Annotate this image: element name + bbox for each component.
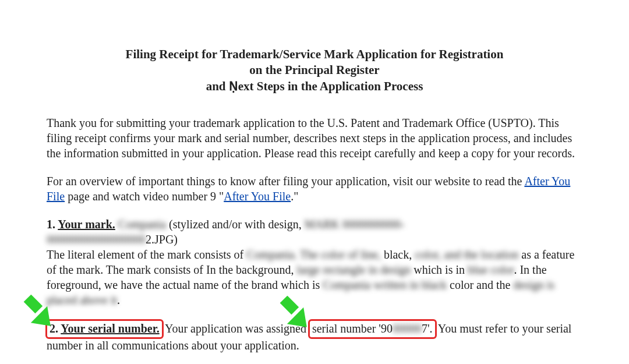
section-2-heading: Your serial number.	[61, 322, 159, 335]
redacted-text: large rectangle in design	[297, 263, 411, 276]
intro-paragraph: Thank you for submitting your trademark …	[47, 115, 582, 161]
document-title: Filing Receipt for Trademark/Service Mar…	[47, 47, 582, 94]
redacted-text: 00000000000000000	[47, 233, 146, 246]
section-1-number: 1.	[47, 218, 58, 231]
redacted-text: blue color	[468, 263, 514, 276]
redacted-serial-digits: 00000	[393, 322, 422, 335]
overview-paragraph: For an overview of important things to k…	[47, 174, 582, 204]
redacted-text: MARK 0000000000-	[305, 218, 405, 231]
redacted-text: color, and the location	[415, 248, 518, 261]
title-line-2: on the Principal Register	[47, 62, 582, 78]
overview-text-mid: page and watch video number 9 "	[65, 190, 224, 203]
redacted-text: Compania	[118, 218, 166, 231]
redacted-text: Compania. The color of line,	[246, 248, 381, 261]
title-line-3: and Ṇext Steps in the Application Proces…	[47, 79, 582, 94]
section-1-your-mark: 1. Your mark. Compania (stylized and/or …	[47, 217, 582, 308]
highlight-box-heading: 2. Your serial number.	[45, 319, 164, 339]
redacted-text: Compania written in black	[323, 278, 447, 291]
section-2-serial-number: 2. Your serial number. Your application …	[47, 320, 582, 353]
overview-text-post: ."	[291, 190, 298, 203]
title-line-1: Filing Receipt for Trademark/Service Mar…	[47, 47, 582, 62]
after-you-file-link-2[interactable]: After You File	[224, 190, 291, 203]
section-1-heading: Your mark.	[58, 218, 115, 231]
overview-text-pre: For an overview of important things to k…	[47, 175, 524, 188]
highlight-box-serial: serial number '90000007'.	[308, 319, 437, 339]
